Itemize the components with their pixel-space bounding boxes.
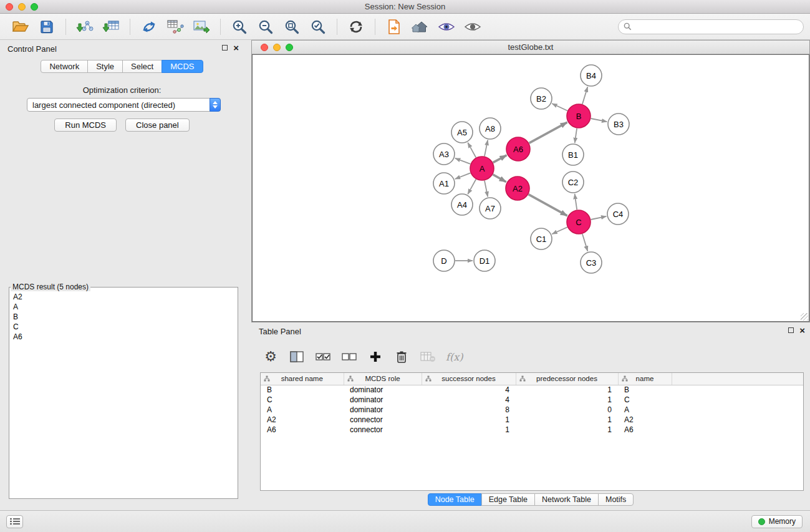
zoom-selected-button[interactable] xyxy=(308,17,328,37)
graph-node[interactable]: C xyxy=(567,210,591,234)
graph-edge[interactable] xyxy=(485,181,488,197)
export-image-button[interactable] xyxy=(191,17,211,37)
open-session-button[interactable] xyxy=(11,17,31,37)
graph-edge[interactable] xyxy=(552,227,567,234)
graph-edge[interactable] xyxy=(591,118,607,122)
column-header-successor-nodes[interactable]: successor nodes xyxy=(422,373,516,385)
float-panel-icon[interactable] xyxy=(222,45,228,51)
network-table-button[interactable] xyxy=(165,17,185,37)
graph-node[interactable]: B1 xyxy=(562,144,584,165)
graph-node[interactable]: A2 xyxy=(506,177,529,200)
column-header-shared-name[interactable]: shared name xyxy=(261,373,344,385)
network-window-titlebar[interactable]: testGlobe.txt xyxy=(252,41,809,54)
run-mcds-button[interactable]: Run MCDS xyxy=(54,118,117,132)
refresh-layout-button[interactable] xyxy=(346,17,366,37)
close-panel-icon[interactable]: × xyxy=(233,44,239,51)
graph-edge[interactable] xyxy=(582,234,588,251)
delete-column-button[interactable] xyxy=(393,348,410,365)
tab-style[interactable]: Style xyxy=(87,60,123,73)
function-builder-button[interactable]: f(x) xyxy=(446,348,463,365)
graph-edge[interactable] xyxy=(455,158,471,164)
search-input[interactable] xyxy=(634,21,803,33)
tab-node-table[interactable]: Node Table xyxy=(428,493,482,506)
home-button[interactable] xyxy=(410,17,430,37)
mcds-result-item[interactable]: C xyxy=(13,322,234,332)
graph-edge[interactable] xyxy=(591,216,607,220)
graph-edge[interactable] xyxy=(468,180,476,195)
mcds-result-item[interactable]: A xyxy=(13,302,234,312)
graph-edge[interactable] xyxy=(529,195,567,216)
save-session-button[interactable] xyxy=(37,17,57,37)
graph-node[interactable]: B4 xyxy=(581,65,602,86)
deselect-all-rows-button[interactable] xyxy=(341,348,357,365)
graph-edge[interactable] xyxy=(455,173,471,179)
graph-edge[interactable] xyxy=(582,87,588,104)
zoom-in-button[interactable] xyxy=(229,17,249,37)
mcds-result-item[interactable]: B xyxy=(13,312,234,322)
criterion-dropdown[interactable]: largest connected component (directed) xyxy=(27,98,221,112)
network-tools-button[interactable] xyxy=(139,17,159,37)
graph-node[interactable]: A8 xyxy=(480,118,501,139)
graph-edge[interactable] xyxy=(575,194,577,210)
document-button[interactable] xyxy=(384,17,404,37)
table-row[interactable]: Cdominator41C xyxy=(261,395,803,405)
network-canvas[interactable]: B4B2BB3A8A5A6A3B1AC2A1A2A4A7C4CC1DD1C3 xyxy=(252,54,809,322)
graph-node[interactable]: A7 xyxy=(480,198,501,219)
float-table-panel-icon[interactable] xyxy=(788,327,794,333)
graph-node[interactable]: A xyxy=(470,157,494,180)
show-columns-button[interactable] xyxy=(289,348,305,365)
table-row[interactable]: Bdominator41B xyxy=(261,385,803,395)
table-row[interactable]: A2connector11A2 xyxy=(261,415,803,425)
table-row[interactable]: Adominator80A xyxy=(261,405,803,415)
graph-edge[interactable] xyxy=(493,175,506,182)
delete-table-button[interactable] xyxy=(420,348,436,365)
select-all-rows-button[interactable] xyxy=(315,348,331,365)
graph-node[interactable]: D xyxy=(433,250,455,271)
graph-edge[interactable] xyxy=(575,128,577,143)
graph-node[interactable]: C2 xyxy=(562,172,584,193)
graph-node[interactable]: A4 xyxy=(451,194,473,215)
graph-node[interactable]: B3 xyxy=(608,114,629,135)
graph-edge[interactable] xyxy=(468,143,476,158)
column-header-mcds-role[interactable]: MCDS role xyxy=(344,373,422,385)
graph-node[interactable]: C3 xyxy=(581,252,602,273)
resize-grip[interactable] xyxy=(801,313,808,321)
tab-mcds[interactable]: MCDS xyxy=(162,60,203,73)
zoom-fit-button[interactable] xyxy=(282,17,302,37)
tab-network-table[interactable]: Network Table xyxy=(534,493,599,506)
tab-motifs[interactable]: Motifs xyxy=(598,493,634,506)
close-table-panel-icon[interactable]: × xyxy=(799,327,805,334)
column-header-name[interactable]: name xyxy=(618,373,672,385)
graph-node[interactable]: C1 xyxy=(531,228,552,249)
import-network-button[interactable] xyxy=(75,17,95,37)
mcds-result-item[interactable]: A2 xyxy=(13,292,234,302)
graph-edge[interactable] xyxy=(552,104,567,111)
graph-edge[interactable] xyxy=(485,140,488,157)
graph-node[interactable]: A5 xyxy=(451,122,473,143)
show-hide-button[interactable] xyxy=(463,17,483,37)
tab-select[interactable]: Select xyxy=(122,60,162,73)
graph-edge[interactable] xyxy=(493,155,507,163)
import-table-button[interactable] xyxy=(101,17,121,37)
memory-button[interactable]: Memory xyxy=(751,515,803,528)
mcds-result-item[interactable]: A6 xyxy=(13,332,234,342)
zoom-out-button[interactable] xyxy=(256,17,276,37)
graph-node[interactable]: B2 xyxy=(531,88,552,109)
column-header-predecessor-nodes[interactable]: predecessor nodes xyxy=(516,373,618,385)
graph-edge[interactable] xyxy=(529,122,567,143)
graph-node[interactable]: D1 xyxy=(474,250,495,271)
table-settings-button[interactable]: ⚙ xyxy=(263,348,279,365)
graph-node[interactable]: B xyxy=(567,104,591,128)
add-column-button[interactable] xyxy=(367,348,383,365)
graph-node[interactable]: A1 xyxy=(433,173,455,194)
search-field[interactable] xyxy=(618,19,804,34)
graph-node[interactable]: A3 xyxy=(433,143,455,165)
graph-node[interactable]: C4 xyxy=(607,203,629,225)
tab-edge-table[interactable]: Edge Table xyxy=(481,493,535,506)
tab-network[interactable]: Network xyxy=(41,60,88,73)
graph-node[interactable]: A6 xyxy=(506,137,530,161)
close-panel-button[interactable]: Close panel xyxy=(125,118,190,132)
table-row[interactable]: A6connector11A6 xyxy=(261,425,803,435)
task-history-button[interactable] xyxy=(6,515,23,528)
style-preview-button[interactable] xyxy=(436,17,456,37)
